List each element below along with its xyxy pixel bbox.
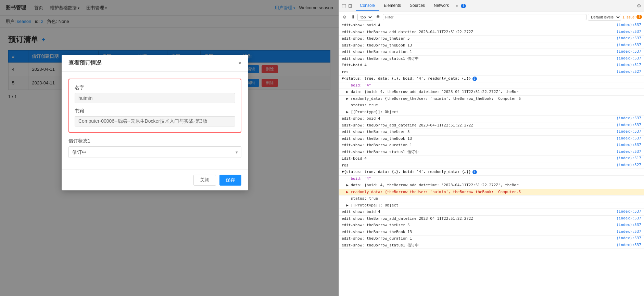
form-group-book: 书籍 — [75, 108, 235, 126]
log-content: ▼{status: true, data: {…}, boid: '4', re… — [342, 76, 641, 82]
modal-body: 名字 书籍 借订状态1 借订中 已归还 逾期 ▾ — [62, 72, 248, 170]
clear-console-icon[interactable]: ⊘ — [341, 14, 348, 21]
log-content: edit-show: theBorrow_add_datetime 2023-0… — [342, 29, 616, 35]
tab-sources[interactable]: Sources — [406, 1, 429, 11]
log-ref[interactable]: (index):537 — [616, 143, 641, 147]
log-content: res — [342, 69, 616, 75]
log-content: edit-show: boid 4 — [342, 116, 616, 122]
log-line: ▶ [[Prototype]]: Object — [339, 202, 644, 209]
log-content: status: true — [342, 196, 641, 202]
log-line: edit-show: theBorrow_status1 借订中(index):… — [339, 56, 644, 63]
level-select[interactable]: Default levels — [588, 14, 621, 21]
log-ref[interactable]: (index):537 — [616, 136, 641, 140]
form-group-name: 名字 — [75, 85, 235, 103]
form-group-status: 借订状态1 借订中 已归还 逾期 ▾ — [68, 138, 241, 158]
log-line: edit-show: theBorrow_add_datetime 2023-0… — [339, 216, 644, 223]
more-tabs-icon[interactable]: » — [454, 2, 460, 10]
log-content: edit-show: theBorrow_theUser 5 — [342, 36, 616, 42]
log-line: Edit-boid 4(index):517 — [339, 156, 644, 162]
log-line: edit-show: boid 4(index):537 — [339, 209, 644, 216]
book-label: 书籍 — [75, 108, 235, 114]
log-content: edit-show: theBorrow_theBook 13 — [342, 43, 616, 49]
tab-network[interactable]: Network — [430, 1, 453, 11]
modal-title: 查看预订情况 — [68, 59, 101, 67]
log-line: edit-show: theBorrow_theBook 13(index):5… — [339, 136, 644, 143]
dt-device-icon[interactable]: ⊡ — [348, 3, 352, 9]
eye-icon[interactable]: 👁 — [375, 14, 381, 21]
log-content: ▶ readonly_data: {theBorrow_theUser: 'hu… — [342, 96, 641, 102]
log-line: edit-show: theBorrow_theUser 5(index):53… — [339, 36, 644, 42]
log-content: ▶ [[Prototype]]: Object — [342, 203, 641, 208]
pause-exceptions-icon[interactable]: ⏸ — [349, 14, 356, 21]
log-ref[interactable]: (index):537 — [616, 29, 641, 34]
log-ref[interactable]: (index):537 — [616, 149, 641, 154]
status-select[interactable]: 借订中 已归还 逾期 — [68, 146, 241, 158]
log-line: ▶ readonly_data: {theBorrow_theUser: 'hu… — [339, 96, 644, 103]
log-ref[interactable]: (index):537 — [616, 116, 641, 120]
info-icon[interactable]: i — [472, 77, 477, 81]
log-line: edit-show: theBorrow_add_datetime 2023-0… — [339, 122, 644, 129]
log-line: ▶ [[Prototype]]: Object — [339, 109, 644, 116]
close-button[interactable]: 关闭 — [193, 175, 216, 186]
log-content: edit-show: theBorrow_duration 1 — [342, 143, 616, 148]
filter-input[interactable] — [383, 14, 586, 20]
log-line: ▶ data: {boid: 4, theBorrow_add_datetime… — [339, 89, 644, 96]
log-line: boid: "4" — [339, 176, 644, 183]
log-ref[interactable]: (index):517 — [616, 156, 641, 160]
log-ref[interactable]: (index):537 — [616, 23, 641, 27]
save-button[interactable]: 保存 — [219, 175, 241, 186]
log-content: ▶ data: {boid: 4, theBorrow_add_datetime… — [342, 89, 641, 95]
log-content: edit-show: theBorrow_add_datetime 2023-0… — [342, 216, 616, 222]
log-line: ▶ data: {boid: 4, theBorrow_add_datetime… — [339, 182, 644, 189]
log-line: ▶ readonly_data: {theBorrow_theUser: 'hu… — [339, 189, 644, 196]
modal-dialog: 查看预订情况 × 名字 书籍 借订状态1 借订中 — [62, 55, 248, 190]
status-label: 借订状态1 — [68, 138, 241, 144]
log-ref[interactable]: (index):537 — [616, 43, 641, 47]
log-ref[interactable]: (index):537 — [616, 49, 641, 54]
dt-cursor-icon[interactable]: ⬚ — [342, 3, 346, 9]
log-content: ▶ readonly_data: {theBorrow_theUser: 'hu… — [342, 189, 641, 195]
log-content: ▶ [[Prototype]]: Object — [342, 109, 641, 115]
log-ref[interactable]: (index):537 — [616, 36, 641, 40]
log-ref[interactable]: (index):537 — [616, 123, 641, 127]
log-content: edit-show: boid 4 — [342, 23, 616, 28]
log-line: edit-show: boid 4(index):537 — [339, 116, 644, 122]
settings-icon[interactable]: ⚙ — [637, 3, 641, 9]
log-line: boid: "4" — [339, 82, 644, 89]
log-line: status: true — [339, 102, 644, 109]
log-ref[interactable]: (index):537 — [616, 56, 641, 60]
tab-elements[interactable]: Elements — [380, 1, 405, 11]
book-input[interactable] — [75, 116, 235, 126]
log-line: ▼{status: true, data: {…}, boid: '4', re… — [339, 169, 644, 176]
log-ref[interactable]: (index):537 — [616, 216, 641, 220]
devtools-toolbar: ⊘ ⏸ top 👁 Default levels 1 Issue: 1 — [339, 12, 644, 22]
log-line: Edit-boid 4(index):517 — [339, 62, 644, 69]
log-ref[interactable]: (index):537 — [616, 129, 641, 134]
log-ref[interactable]: (index):537 — [616, 236, 641, 240]
log-content: edit-show: theBorrow_theBook 13 — [342, 136, 616, 142]
log-line: status: true — [339, 196, 644, 202]
log-content: edit-show: theBorrow_duration 1 — [342, 236, 616, 242]
log-ref[interactable]: (index):527 — [616, 163, 641, 167]
log-content: edit-show: boid 4 — [342, 209, 616, 215]
log-ref[interactable]: (index):527 — [616, 69, 641, 74]
context-select[interactable]: top — [357, 14, 373, 21]
log-ref[interactable]: (index):537 — [616, 209, 641, 214]
dt-notification-badge: 1 — [461, 4, 466, 8]
log-ref[interactable]: (index):537 — [616, 229, 641, 234]
name-label: 名字 — [75, 85, 235, 91]
modal-close-icon[interactable]: × — [238, 60, 241, 66]
log-ref[interactable]: (index):517 — [616, 63, 641, 67]
log-line: res(index):527 — [339, 69, 644, 76]
tab-console[interactable]: Console — [356, 1, 379, 11]
info-icon[interactable]: i — [472, 170, 477, 174]
devtools-panel: ⬚ ⊡ Console Elements Sources Network » 1… — [339, 0, 644, 296]
name-input[interactable] — [75, 93, 235, 103]
log-ref[interactable]: (index):537 — [616, 243, 641, 247]
log-line: edit-show: theBorrow_status1 借订中(index):… — [339, 149, 644, 156]
log-ref[interactable]: (index):537 — [616, 223, 641, 227]
log-content: edit-show: theBorrow_theUser 5 — [342, 223, 616, 228]
status-select-wrapper: 借订中 已归还 逾期 ▾ — [68, 146, 241, 158]
log-line: ▼{status: true, data: {…}, boid: '4', re… — [339, 76, 644, 82]
log-line: edit-show: theBorrow_add_datetime 2023-0… — [339, 29, 644, 36]
